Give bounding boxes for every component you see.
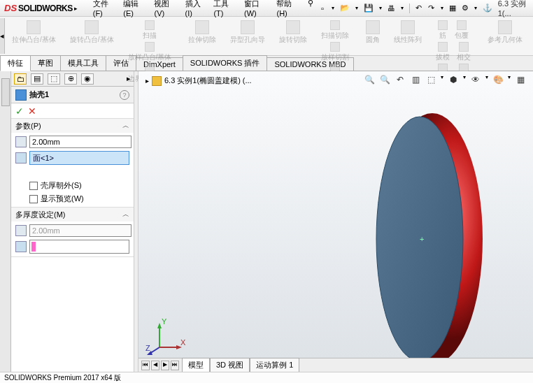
panel-tab-config[interactable]: ⬚ <box>48 73 60 85</box>
rebuild-icon[interactable]: ▦ <box>449 3 456 13</box>
hole-wizard-button[interactable]: 异型孔向导 <box>227 20 268 45</box>
panel-tab-feature-tree[interactable]: 🗀 <box>14 73 27 85</box>
breadcrumb-text[interactable]: 6.3 实例1(椭圆盖建模) (... <box>164 75 252 86</box>
ok-cancel-bar: ✓ ✕ <box>11 103 134 119</box>
loft-cut-button[interactable]: 放样切割 <box>318 41 352 63</box>
revolve-boss-button[interactable]: 旋转凸台/基体 <box>67 20 117 45</box>
logo-ds-icon: DS <box>4 3 17 13</box>
bottom-tab-motion[interactable]: 运动算例 1 <box>250 358 299 372</box>
bottom-tabs: ⏮ ◀ ▶ ⏭ 模型 3D 视图 运动算例 1 <box>138 358 533 372</box>
dropdown-icon[interactable]: ▸ <box>74 5 78 12</box>
side-tabs <box>0 71 11 372</box>
save-icon[interactable]: 💾 <box>364 3 374 13</box>
open-icon[interactable]: 📂 <box>340 3 350 13</box>
show-preview-label: 显示预览(W) <box>41 194 84 204</box>
logo-text: SOLIDWORKS <box>18 3 73 13</box>
linear-pattern-button[interactable]: 线性阵列 <box>391 20 425 45</box>
menu-view[interactable]: 视图(V) <box>148 0 179 17</box>
divider <box>409 3 410 13</box>
status-bar: SOLIDWORKS Premium 2017 x64 版 <box>0 372 533 383</box>
view-toolbar: 🔍 🔍 ↶ ▥ ⬚▾ ⬢▾ 👁▾ 🎨▾ ▦ <box>364 74 526 85</box>
panel-tab-property[interactable]: ▤ <box>31 73 43 85</box>
loft-button[interactable]: 放样凸台/基体 <box>125 41 175 63</box>
bottom-tab-3dview[interactable]: 3D 视图 <box>210 358 250 372</box>
tab-mold[interactable]: 模具工具 <box>60 55 106 71</box>
multi-header[interactable]: 多厚度设定(M)︿ <box>11 208 134 222</box>
menu-help[interactable]: 帮助(H) <box>271 0 302 17</box>
hide-show-icon[interactable]: 👁 <box>470 74 481 85</box>
section-view-icon[interactable]: ▥ <box>410 74 421 85</box>
view-orient-icon[interactable]: ⬚ <box>425 74 436 85</box>
document-name: 6.3 实例1(... <box>498 0 527 17</box>
menu-file[interactable]: 文件(F) <box>87 0 118 17</box>
menu-insert[interactable]: 插入(I) <box>180 0 208 17</box>
breadcrumb-arrow-icon[interactable]: ▸ <box>145 77 149 85</box>
side-tab-1[interactable] <box>1 78 10 106</box>
ok-button[interactable]: ✓ <box>15 106 24 117</box>
tab-next-icon[interactable]: ▶ <box>161 361 169 370</box>
tab-first-icon[interactable]: ⏮ <box>141 361 150 370</box>
zoom-fit-icon[interactable]: 🔍 <box>364 74 375 85</box>
menu-window[interactable]: 窗口(W) <box>239 0 271 17</box>
display-style-icon[interactable]: ⬢ <box>448 74 459 85</box>
bottom-tab-model[interactable]: 模型 <box>182 358 210 372</box>
extrude-cut-button[interactable]: 拉伸切除 <box>185 20 219 45</box>
menu-pin-icon[interactable]: ⚲ <box>302 0 319 17</box>
origin-marker: + <box>420 235 424 243</box>
panel-tab-dim[interactable]: ⊕ <box>64 73 77 85</box>
sweep-button[interactable]: 扫描 <box>140 20 159 41</box>
chevron-up-icon: ︿ <box>122 210 129 219</box>
anchor-icon[interactable]: ⚓ <box>483 3 492 13</box>
params-header[interactable]: 参数(P)︿ <box>11 119 134 133</box>
fillet-button[interactable]: 圆角 <box>363 20 383 45</box>
multi-faces-icon <box>15 241 27 252</box>
tab-prev-icon[interactable]: ◀ <box>151 361 159 370</box>
tab-last-icon[interactable]: ⏭ <box>171 361 179 370</box>
redo-icon[interactable]: ↷ <box>428 3 435 13</box>
panel-tabs: 🗀 ▤ ⬚ ⊕ ◉ ▸ <box>11 71 134 87</box>
property-panel: 🗀 ▤ ⬚ ⊕ ◉ ▸ 抽壳1 ? ✓ ✕ 参数(P)︿ ▴▾ <box>11 71 134 372</box>
edit-appearance-icon[interactable]: 🎨 <box>492 74 504 85</box>
prev-view-icon[interactable]: ↶ <box>395 74 406 85</box>
tab-sketch[interactable]: 草图 <box>30 55 61 71</box>
ribbon: ◂ 拉伸凸台/基体 旋转凸台/基体 扫描 放样凸台/基体 边界凸台/基体 拉伸切… <box>0 17 533 56</box>
selection-highlight <box>31 242 36 252</box>
params-section: 参数(P)︿ ▴▾ 面<1> 壳厚朝外(S) 显示预览(W) <box>11 119 134 208</box>
intersect-button[interactable]: 相交 <box>454 41 474 63</box>
rib-button[interactable]: 筋 <box>435 20 450 41</box>
viewport[interactable]: ▸ 6.3 实例1(椭圆盖建模) (... 🔍 🔍 ↶ ▥ ⬚▾ ⬢▾ 👁▾ 🎨… <box>138 71 533 372</box>
shell-outward-checkbox[interactable] <box>29 182 38 190</box>
multi-faces-list[interactable] <box>29 240 129 254</box>
new-icon[interactable]: ▫ <box>319 3 326 13</box>
sweep-cut-button[interactable]: 扫描切除 <box>318 20 352 41</box>
show-preview-checkbox[interactable] <box>29 195 38 203</box>
ref-geom-button[interactable]: 参考几何体 <box>485 20 525 45</box>
ribbon-handle[interactable]: ◂ <box>0 18 5 54</box>
options-icon[interactable]: ⚙ <box>462 3 469 13</box>
extrude-boss-button[interactable]: 拉伸凸台/基体 <box>9 20 59 45</box>
svg-text:Y: Y <box>162 317 167 326</box>
wrap-button[interactable]: 包覆 <box>452 20 471 41</box>
multi-thickness-section: 多厚度设定(M)︿ ▴▾ <box>11 208 134 257</box>
help-icon[interactable]: ? <box>120 90 129 100</box>
revolve-cut-button[interactable]: 旋转切除 <box>276 20 310 45</box>
zoom-area-icon[interactable]: 🔍 <box>379 74 390 85</box>
shell-feature-icon <box>15 89 27 101</box>
multi-thickness-input[interactable] <box>29 224 132 237</box>
apply-scene-icon[interactable]: ▦ <box>515 74 526 85</box>
model-preview: + <box>362 106 502 372</box>
undo-icon[interactable]: ↶ <box>415 3 422 13</box>
draft-button[interactable]: 拔模 <box>433 41 453 63</box>
menu-tools[interactable]: 工具(T) <box>208 0 239 17</box>
tab-features[interactable]: 特征 <box>0 55 31 71</box>
tab-addins[interactable]: SOLIDWORKS 插件 <box>183 55 268 71</box>
print-icon[interactable]: 🖶 <box>388 3 395 13</box>
thickness-icon <box>15 136 27 147</box>
faces-list[interactable]: 面<1> <box>29 151 129 165</box>
thickness-input[interactable] <box>29 136 132 148</box>
view-triad[interactable]: Y X Z <box>145 316 187 358</box>
menu-edit[interactable]: 编辑(E) <box>118 0 148 17</box>
panel-tab-appearance[interactable]: ◉ <box>81 73 94 85</box>
multi-thickness-icon <box>15 225 27 236</box>
cancel-button[interactable]: ✕ <box>28 106 36 117</box>
